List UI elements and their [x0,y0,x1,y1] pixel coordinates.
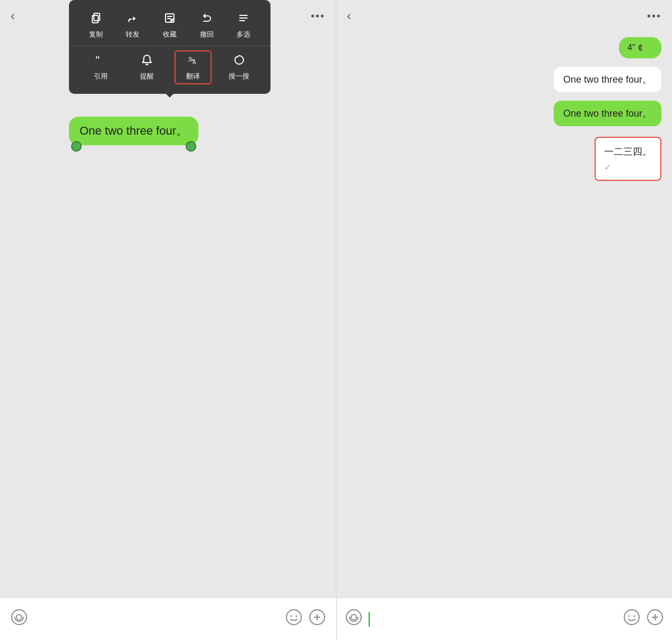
forward-icon [126,12,139,28]
svg-point-21 [624,610,639,625]
translation-box: 一二三四。 ✓ [595,137,661,181]
collect-label: 收藏 [163,30,177,39]
svg-point-14 [291,616,292,617]
left-emoji-button[interactable] [285,609,302,629]
search-icon [233,54,246,69]
message-row-voice: 4" [347,37,661,58]
menu-multiselect[interactable]: 多选 [225,10,262,41]
multiselect-icon [237,12,250,28]
right-more-button[interactable]: ••• [647,10,661,22]
undo-label: 撤回 [200,30,214,39]
voice-duration: 4" [627,43,635,52]
quote-label: 引用 [94,72,108,81]
green-bubble: One two three four。 [554,101,661,126]
message-row-translation: 一二三四。 ✓ [347,135,661,181]
menu-row-1: 复制 转发 收藏 撤回 [69,5,270,46]
right-voice-button[interactable] [345,609,362,629]
translate-label: 翻译 [186,72,200,81]
menu-translate[interactable]: 文 A 翻译 [174,50,212,84]
multiselect-label: 多选 [237,30,250,39]
bubble-handle-left[interactable] [71,141,82,152]
translation-check-icon: ✓ [604,162,652,172]
menu-row-2: " 引用 提醒 文 A [69,46,270,89]
right-top-bar: ‹ ••• [336,0,672,32]
undo-icon [200,12,213,28]
translate-icon: 文 A [187,54,199,69]
copy-icon [90,12,102,28]
left-back-button[interactable]: ‹ [11,8,15,23]
svg-point-12 [16,615,22,620]
menu-search[interactable]: 搜一搜 [221,51,258,83]
green-bubble-text: One two three four。 [563,108,652,119]
remind-icon [141,54,153,69]
message-row-white: One two three four。 [347,67,661,92]
copy-label: 复制 [89,30,103,39]
svg-rect-0 [92,15,98,23]
svg-point-22 [629,616,630,617]
message-row-green: One two three four。 [347,101,661,126]
context-menu: 复制 转发 收藏 撤回 [69,0,270,94]
bubble-handle-right[interactable] [186,141,196,152]
right-back-button[interactable]: ‹ [347,8,351,23]
text-cursor [369,612,370,627]
svg-rect-1 [94,13,100,21]
left-plus-button[interactable] [309,609,326,629]
right-emoji-button[interactable] [623,609,640,629]
menu-collect[interactable]: 收藏 [151,10,188,41]
translation-text: 一二三四。 [604,145,652,158]
bottom-right [337,609,672,629]
white-bubble: One two three four。 [554,67,661,92]
selected-bubble-container: One two three four。 [69,117,198,145]
bottom-left [0,609,336,629]
svg-point-13 [286,610,301,625]
right-plus-button[interactable] [647,609,664,629]
bottom-bar [0,598,672,640]
quote-icon: " [94,54,107,69]
left-more-button[interactable]: ••• [311,10,325,22]
white-bubble-text: One two three four。 [563,74,652,85]
menu-copy[interactable]: 复制 [77,10,115,41]
menu-undo[interactable]: 撤回 [188,10,225,41]
menu-quote[interactable]: " 引用 [82,51,119,83]
bubble-text: One two three four。 [80,124,188,137]
selected-bubble: One two three four。 [69,117,198,145]
search-label: 搜一搜 [229,72,249,81]
menu-remind[interactable]: 提醒 [128,51,165,83]
forward-label: 转发 [126,30,139,39]
messages-area: 4" One two three four。 One two three fou… [336,32,672,598]
svg-point-15 [296,616,298,617]
svg-point-19 [346,610,361,625]
svg-point-11 [12,610,27,625]
menu-forward[interactable]: 转发 [115,10,152,41]
svg-text:": " [95,54,100,66]
svg-point-20 [351,615,356,620]
left-voice-button[interactable] [11,609,28,629]
bubble-handles [69,141,198,152]
svg-point-23 [634,616,635,617]
remind-label: 提醒 [140,72,154,81]
voice-bubble: 4" [619,37,661,58]
collect-icon [163,12,176,28]
